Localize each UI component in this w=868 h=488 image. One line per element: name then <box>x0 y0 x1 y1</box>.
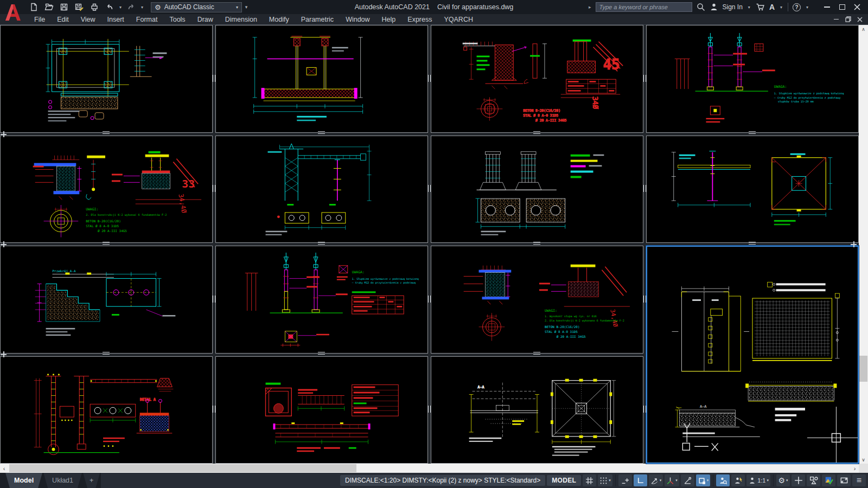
viewport-divider-handle[interactable] <box>318 352 325 355</box>
workspace-selector[interactable]: ⚙ AutoCAD Classic ▾ <box>151 2 242 12</box>
undo-button[interactable] <box>103 1 116 13</box>
snap-dropdown[interactable]: ▾ <box>609 478 611 483</box>
menu-view[interactable]: View <box>75 14 101 24</box>
object-snap-toggle[interactable]: ▾ <box>696 474 711 486</box>
annotation-scale-indicator[interactable]: 1:1 ▾ <box>746 474 770 486</box>
menu-window[interactable]: Window <box>340 14 375 24</box>
scroll-right-arrow[interactable]: › <box>851 464 859 473</box>
annotation-monitor-button[interactable] <box>792 474 805 486</box>
viewport-5[interactable]: 33 34,4Ø UWAGI: 2. Dla konstrukcji K-2 w… <box>0 136 213 243</box>
viewport-divider-handle[interactable] <box>643 75 646 82</box>
workspace-switch-dropdown[interactable]: ▾ <box>786 478 788 483</box>
menu-insert[interactable]: Insert <box>101 14 130 24</box>
scroll-down-arrow[interactable]: ∨ <box>859 455 868 464</box>
viewport-divider-handle[interactable] <box>533 352 540 355</box>
isolate-objects-button[interactable] <box>807 474 820 486</box>
polar-tracking-toggle[interactable]: ▾ <box>649 474 663 486</box>
viewport-8[interactable] <box>646 136 859 243</box>
clean-screen-button[interactable] <box>837 474 851 486</box>
sign-in-button[interactable]: Sign In <box>723 3 743 11</box>
viewport-3[interactable]: 45 34Ø BETON B-20(C16/20) STAL Ø 8 A-0 3… <box>431 25 643 133</box>
close-button[interactable] <box>850 1 865 13</box>
annotation-scale-dropdown[interactable]: ▾ <box>767 478 769 483</box>
horizontal-scroll-thumb[interactable] <box>9 464 356 472</box>
viewport-corner-handle[interactable] <box>1 131 7 137</box>
viewport-active[interactable]: A—A <box>646 246 859 464</box>
scroll-left-arrow[interactable]: ‹ <box>0 464 8 473</box>
viewport-divider-handle[interactable] <box>103 352 110 355</box>
doc-close-button[interactable] <box>854 15 866 24</box>
doc-minimize-button[interactable] <box>830 15 842 24</box>
isometric-dropdown[interactable]: ▾ <box>675 478 678 483</box>
tab-model[interactable]: Model <box>5 473 42 488</box>
vertical-scroll-thumb[interactable] <box>859 356 867 382</box>
snap-mode-toggle[interactable]: ▾ <box>598 474 612 486</box>
isometric-drafting-toggle[interactable]: ▾ <box>665 474 679 486</box>
viewport-10[interactable]: UWAGA: 1. Słupkiem wyrównawcze z podstaw… <box>215 246 428 354</box>
viewport-divider-handle[interactable] <box>318 242 325 245</box>
graphics-performance-button[interactable] <box>822 474 835 486</box>
open-file-button[interactable] <box>42 1 55 13</box>
menu-format[interactable]: Format <box>130 14 164 24</box>
redo-dropdown[interactable]: ▾ <box>140 5 144 10</box>
autodesk-app-icon[interactable]: A <box>769 3 775 11</box>
viewport-divider-handle[interactable] <box>318 131 325 134</box>
menu-parametric[interactable]: Parametric <box>295 14 340 24</box>
menu-yqarch[interactable]: YQARCH <box>438 14 478 24</box>
customization-button[interactable]: ≡ <box>852 474 866 486</box>
menu-modify[interactable]: Modify <box>263 14 295 24</box>
search-collapse-arrow[interactable]: ▸ <box>589 4 591 10</box>
viewport-divider-handle[interactable] <box>643 185 646 192</box>
grid-display-toggle[interactable] <box>583 474 596 486</box>
new-file-button[interactable] <box>27 1 40 13</box>
application-menu-button[interactable] <box>1 1 25 24</box>
polar-dropdown[interactable]: ▾ <box>660 478 662 483</box>
osnap-dropdown[interactable]: ▾ <box>707 478 709 483</box>
viewport-divider-handle[interactable] <box>213 296 215 303</box>
viewport-divider-handle[interactable] <box>103 131 110 134</box>
viewport-divider-handle[interactable] <box>428 75 431 82</box>
viewport-divider-handle[interactable] <box>213 185 215 192</box>
menu-help[interactable]: Help <box>376 14 402 24</box>
horizontal-scrollbar[interactable]: ‹ › <box>0 464 859 473</box>
viewport-divider-handle[interactable] <box>643 406 646 413</box>
minimize-button[interactable] <box>819 1 834 13</box>
viewport-corner-handle[interactable] <box>1 351 7 357</box>
new-layout-button[interactable]: + <box>83 473 100 488</box>
viewport-1[interactable] <box>0 25 213 133</box>
viewport-divider-handle[interactable] <box>103 242 110 245</box>
annotation-visibility-toggle[interactable] <box>716 474 730 486</box>
viewport-divider-handle[interactable] <box>213 406 215 413</box>
save-button[interactable] <box>58 1 71 13</box>
viewport-divider-handle[interactable] <box>428 185 431 192</box>
redo-button[interactable] <box>125 1 138 13</box>
viewport-divider-handle[interactable] <box>428 296 431 303</box>
save-as-button[interactable] <box>73 1 86 13</box>
sign-in-dropdown[interactable]: ▾ <box>747 5 751 10</box>
undo-dropdown[interactable]: ▾ <box>118 5 123 10</box>
model-space-toggle[interactable]: MODEL <box>547 475 581 486</box>
viewport-6[interactable] <box>215 136 428 243</box>
viewport-divider-handle[interactable] <box>749 131 756 134</box>
dynamic-input-toggle[interactable] <box>618 474 632 486</box>
viewport-corner-handle[interactable] <box>851 241 857 247</box>
tab-layout1[interactable]: Układ1 <box>43 473 82 488</box>
vertical-scrollbar[interactable]: ∧ ∨ <box>859 25 868 464</box>
viewport-9[interactable]: Przekrój A-A <box>0 246 213 354</box>
plot-button[interactable] <box>88 1 101 13</box>
viewport-2[interactable] <box>215 25 428 133</box>
viewport-divider-handle[interactable] <box>533 242 540 245</box>
viewport-divider-handle[interactable] <box>643 296 646 303</box>
viewport-divider-handle[interactable] <box>533 131 540 134</box>
menu-express[interactable]: Express <box>401 14 438 24</box>
help-dropdown[interactable]: ▾ <box>805 5 809 10</box>
app-store-cart-icon[interactable] <box>756 3 765 11</box>
object-snap-tracking-toggle[interactable] <box>681 474 694 486</box>
maximize-button[interactable] <box>834 1 850 13</box>
menu-tools[interactable]: Tools <box>163 14 191 24</box>
viewport-divider-handle[interactable] <box>213 75 215 82</box>
viewport-4[interactable]: UWAGA: 1. Słupkiem wyrównawcze z podstaw… <box>646 25 859 133</box>
viewport-14[interactable] <box>215 356 428 464</box>
annotation-autoscale-toggle[interactable] <box>731 474 745 486</box>
menu-draw[interactable]: Draw <box>192 14 219 24</box>
